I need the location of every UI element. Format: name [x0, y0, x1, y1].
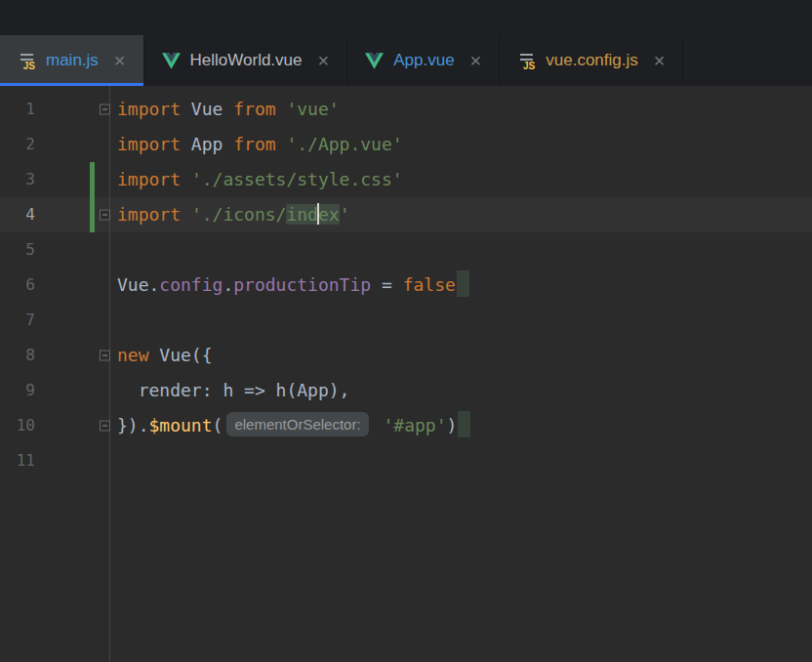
line-number[interactable]: 9 [0, 373, 35, 408]
code-token: ) [447, 415, 458, 435]
fold-marker-icon[interactable] [100, 421, 110, 432]
line-number[interactable]: 8 [0, 338, 35, 373]
fold-column[interactable] [95, 92, 117, 127]
code-line[interactable]: 8new Vue({ [0, 338, 812, 373]
code-token: App [181, 134, 233, 154]
code-line[interactable]: 9 render: h => h(App), [0, 373, 812, 408]
code-token: './assets/style.css' [191, 169, 403, 189]
fold-column [95, 303, 117, 338]
code-token: './icons/ [191, 204, 287, 225]
tab-label: vue.config.js [546, 51, 638, 70]
code-token: from [233, 99, 275, 119]
text-caret [317, 203, 319, 225]
fold-column [95, 162, 117, 197]
code-token: import [117, 204, 181, 225]
close-icon[interactable]: × [318, 51, 330, 70]
tab-main-js[interactable]: JS main.js × [0, 35, 144, 86]
code-token: $mount [149, 415, 213, 435]
code-token [181, 169, 191, 189]
close-icon[interactable]: × [114, 51, 126, 70]
code-lines: 1import Vue from 'vue'2import App from '… [0, 92, 812, 478]
fold-column[interactable] [95, 197, 117, 232]
tab-vue-config-js[interactable]: JS vue.config.js × [500, 35, 683, 86]
fold-marker-icon[interactable] [100, 104, 110, 115]
tab-label: App.vue [393, 51, 454, 70]
code-line[interactable]: 4import './icons/index' [0, 197, 812, 232]
vue-file-icon [365, 53, 384, 69]
code-token: import [117, 99, 181, 119]
code-text: import Vue from 'vue' [117, 92, 340, 127]
fold-column[interactable] [95, 338, 117, 373]
code-token: ( [213, 415, 223, 435]
code-token: : h => h(App), [202, 380, 350, 400]
vue-file-icon [162, 53, 181, 69]
fold-column [95, 268, 117, 303]
code-text: render: h => h(App), [117, 373, 349, 408]
tab-label: main.js [46, 51, 99, 70]
tab-app-vue[interactable]: App.vue × [347, 35, 500, 86]
line-number[interactable]: 6 [0, 268, 35, 303]
code-token [373, 415, 384, 435]
code-token: import [117, 134, 181, 154]
fold-marker-icon[interactable] [100, 351, 110, 361]
code-text: import './icons/index' [117, 197, 349, 232]
code-line[interactable]: 5 [0, 232, 812, 268]
close-icon[interactable]: × [654, 51, 666, 70]
code-line[interactable]: 2import App from './App.vue' [0, 127, 812, 162]
code-line[interactable]: 7 [0, 303, 812, 338]
code-token: productionTip [233, 274, 371, 295]
close-icon[interactable]: × [470, 51, 482, 70]
code-token: . [223, 274, 233, 295]
code-token: new [117, 345, 149, 365]
editor[interactable]: 1import Vue from 'vue'2import App from '… [0, 86, 812, 662]
code-token: Vue. [117, 274, 159, 295]
javascript-file-icon: JS [18, 52, 36, 70]
parameter-name-hint: elementOrSelector: [226, 412, 368, 436]
line-number[interactable]: 10 [0, 408, 35, 443]
code-text: import './assets/style.css' [117, 162, 403, 197]
line-number[interactable]: 3 [0, 162, 35, 197]
selection-block [457, 270, 469, 297]
line-number[interactable]: 2 [0, 127, 35, 162]
code-token: import [117, 169, 181, 189]
code-token: render [117, 380, 202, 400]
code-line[interactable]: 3import './assets/style.css' [0, 162, 812, 197]
tab-helloworld-vue[interactable]: HelloWorld.vue × [144, 35, 348, 86]
code-token [276, 99, 287, 119]
fold-column [95, 127, 117, 162]
code-token: config [159, 274, 223, 295]
line-number[interactable]: 1 [0, 92, 35, 127]
code-token: Vue({ [149, 345, 213, 365]
code-token: './App.vue' [286, 134, 402, 154]
code-token: false [403, 274, 456, 295]
fold-marker-icon[interactable] [100, 210, 110, 221]
line-number[interactable]: 5 [0, 232, 35, 268]
code-token [181, 204, 191, 225]
code-token: ex [318, 204, 340, 225]
line-number[interactable]: 7 [0, 303, 35, 338]
code-text: import App from './App.vue' [117, 127, 403, 162]
javascript-file-icon: JS [517, 52, 536, 70]
fold-column [95, 443, 117, 478]
fold-column [95, 232, 117, 268]
fold-column[interactable] [95, 408, 117, 443]
ide-window: JS main.js × HelloWorld.vue × App.vue [0, 0, 812, 662]
window-titlebar [0, 0, 812, 35]
line-number[interactable]: 4 [0, 197, 35, 232]
line-number[interactable]: 11 [0, 443, 35, 478]
code-token: = [371, 274, 403, 295]
code-text: new Vue({ [117, 338, 213, 373]
code-line[interactable]: 10}).$mount(elementOrSelector: '#app') [0, 408, 812, 443]
fold-column [95, 373, 117, 408]
code-token [276, 134, 287, 154]
code-line[interactable]: 6Vue.config.productionTip = false [0, 268, 812, 303]
code-token: ' [340, 204, 350, 225]
code-token: '#app' [383, 415, 446, 435]
code-text: }).$mount(elementOrSelector: '#app') [117, 408, 470, 443]
code-line[interactable]: 1import Vue from 'vue' [0, 92, 812, 127]
code-token: Vue [181, 99, 233, 119]
code-line[interactable]: 11 [0, 443, 812, 478]
tab-label: HelloWorld.vue [190, 51, 303, 70]
code-token: 'vue' [286, 99, 339, 119]
code-token: }). [117, 415, 149, 435]
